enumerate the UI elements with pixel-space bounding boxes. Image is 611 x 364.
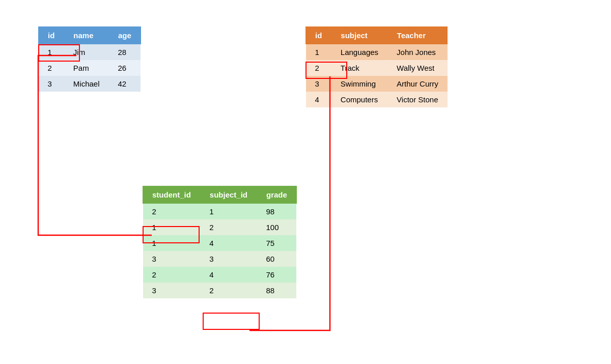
highlight-grades-subjectid2 bbox=[203, 313, 260, 330]
grades-table: student_id subject_id grade 219812100147… bbox=[143, 186, 297, 298]
subjects-col-subject: subject bbox=[331, 27, 387, 44]
table-row: 4ComputersVictor Stone bbox=[306, 92, 448, 107]
table-row: 12100 bbox=[143, 219, 297, 235]
table-row: 3SwimmingArthur Curry bbox=[306, 76, 448, 92]
students-col-age: age bbox=[109, 27, 141, 44]
table-row: 1Jim28 bbox=[39, 44, 141, 61]
subjects-col-id: id bbox=[306, 27, 331, 44]
table-row: 3Michael42 bbox=[39, 76, 141, 92]
table-row: 2TrackWally West bbox=[306, 60, 448, 76]
students-col-name: name bbox=[64, 27, 109, 44]
table-row: 3360 bbox=[143, 251, 297, 267]
students-col-id: id bbox=[39, 27, 64, 44]
canvas: id name age 1Jim282Pam263Michael42 id su… bbox=[0, 0, 611, 364]
table-row: 2Pam26 bbox=[39, 60, 141, 76]
grades-col-grade: grade bbox=[257, 186, 297, 204]
grades-col-student-id: student_id bbox=[143, 186, 201, 204]
subjects-col-teacher: Teacher bbox=[387, 27, 448, 44]
table-row: 1475 bbox=[143, 235, 297, 251]
table-row: 3288 bbox=[143, 283, 297, 298]
students-table: id name age 1Jim282Pam263Michael42 bbox=[38, 26, 141, 92]
table-row: 2198 bbox=[143, 204, 297, 220]
table-row: 2476 bbox=[143, 267, 297, 283]
table-row: 1LanguagesJohn Jones bbox=[306, 44, 448, 61]
subjects-table: id subject Teacher 1LanguagesJohn Jones2… bbox=[306, 26, 448, 107]
grades-col-subject-id: subject_id bbox=[200, 186, 257, 204]
